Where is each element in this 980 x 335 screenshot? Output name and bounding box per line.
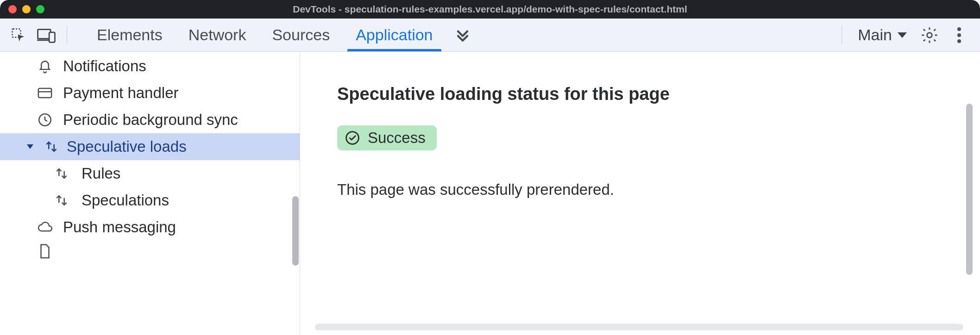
svg-point-5 (957, 33, 961, 37)
devtools-toolbar: Elements Network Sources Application Mai… (0, 19, 980, 52)
expand-arrow-icon (24, 143, 36, 150)
tab-sources[interactable]: Sources (272, 19, 330, 51)
device-toolbar-button[interactable] (32, 21, 60, 49)
sidebar-scrollbar[interactable] (292, 196, 299, 266)
svg-point-9 (346, 132, 359, 144)
panel-tabs: Elements Network Sources Application (97, 19, 433, 51)
kebab-menu-button[interactable] (947, 23, 972, 48)
sidebar-item-label: Rules (82, 165, 120, 182)
settings-button[interactable] (917, 23, 942, 48)
sidebar-item-partial[interactable] (0, 241, 300, 259)
svg-rect-7 (38, 88, 51, 98)
sidebar-item-label: Periodic background sync (63, 111, 238, 129)
window-maximize-button[interactable] (36, 5, 44, 13)
toolbar-right: Main (835, 23, 972, 48)
document-icon (36, 242, 54, 259)
sidebar-item-label: Speculations (82, 192, 169, 209)
tab-elements[interactable]: Elements (97, 19, 163, 51)
bell-icon (36, 57, 54, 75)
sidebar-item-periodic-sync[interactable]: Periodic background sync (0, 106, 300, 133)
sidebar-item-label: Speculative loads (67, 138, 187, 155)
frame-selector-label: Main (858, 26, 892, 44)
window-minimize-button[interactable] (22, 5, 31, 13)
clock-icon (36, 111, 54, 129)
updown-icon (43, 138, 60, 155)
application-sidebar: Notifications Payment handler (0, 52, 300, 335)
main-scrollbar-vertical[interactable] (966, 104, 973, 275)
sidebar-item-push-messaging[interactable]: Push messaging (0, 214, 300, 241)
sidebar-item-speculative-loads[interactable]: Speculative loads (0, 133, 300, 160)
status-description: This page was successfully prerendered. (337, 181, 980, 199)
updown-icon (53, 165, 70, 182)
status-badge: Success (337, 125, 437, 150)
panel-body: Notifications Payment handler (0, 52, 980, 335)
sidebar-item-notifications[interactable]: Notifications (0, 53, 300, 80)
window-titlebar: DevTools - speculation-rules-examples.ve… (0, 0, 980, 19)
window-close-button[interactable] (8, 5, 17, 13)
more-tabs-button[interactable] (449, 21, 477, 49)
card-icon (36, 84, 54, 102)
cloud-icon (36, 218, 54, 236)
svg-rect-2 (49, 32, 55, 42)
check-circle-icon (345, 130, 360, 146)
sidebar-item-payment-handler[interactable]: Payment handler (0, 80, 300, 106)
tab-application[interactable]: Application (356, 19, 433, 51)
toolbar-separator (67, 26, 67, 44)
sidebar-list: Notifications Payment handler (0, 52, 300, 259)
svg-point-4 (957, 27, 961, 31)
sidebar-item-label: Push messaging (63, 218, 176, 236)
status-badge-label: Success (368, 129, 426, 147)
tab-network[interactable]: Network (188, 19, 246, 51)
devtools-window: DevTools - speculation-rules-examples.ve… (0, 0, 980, 335)
inspect-element-button[interactable] (5, 21, 32, 49)
main-content: Speculative loading status for this page… (300, 52, 980, 335)
svg-point-3 (927, 32, 932, 37)
sidebar-item-speculations[interactable]: Speculations (0, 187, 300, 214)
frame-selector[interactable]: Main (853, 26, 912, 44)
chevron-down-icon (897, 31, 908, 39)
main-scrollbar-horizontal[interactable] (315, 324, 963, 330)
toolbar-separator (842, 26, 842, 44)
page-heading: Speculative loading status for this page (337, 84, 980, 104)
sidebar-item-rules[interactable]: Rules (0, 160, 300, 187)
sidebar-item-label: Notifications (63, 57, 146, 75)
window-title: DevTools - speculation-rules-examples.ve… (0, 4, 980, 15)
sidebar-item-label: Payment handler (63, 84, 178, 102)
window-controls (8, 5, 44, 13)
updown-icon (53, 192, 70, 209)
svg-point-6 (957, 39, 961, 43)
